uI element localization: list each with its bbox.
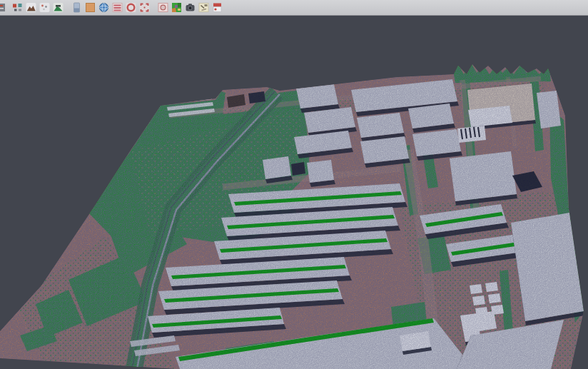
pointcloud-canvas <box>0 16 588 369</box>
pointcloud-noise <box>0 57 588 369</box>
toolbar-icon-measure-tools[interactable] <box>198 2 209 14</box>
toolbar-icon-target-ring[interactable] <box>125 2 136 14</box>
terrain-mesh <box>0 57 588 369</box>
toolbar-icon-terrain-texture[interactable] <box>52 2 64 14</box>
toolbar-icon-classification-map[interactable] <box>171 2 182 14</box>
toolbar-icon-align-points[interactable] <box>11 2 23 14</box>
toolbar-icon-terrain-dem[interactable] <box>25 2 36 14</box>
viewport-3d[interactable] <box>0 16 588 369</box>
toolbar-icon-selection-bounds[interactable] <box>138 2 150 14</box>
toolbar <box>0 0 588 16</box>
toolbar-icon-profile-column[interactable] <box>71 2 82 14</box>
toolbar-icon-globe[interactable] <box>98 2 109 14</box>
toolbar-icon-ortho-area[interactable] <box>84 2 96 14</box>
toolbar-icon-document[interactable] <box>0 2 9 14</box>
toolbar-icon-camera[interactable] <box>184 2 196 14</box>
app-window: { "toolbar": { "background": "#c6c7cb", … <box>0 0 588 369</box>
toolbar-icon-sparse-points[interactable] <box>39 2 50 14</box>
toolbar-icon-layers[interactable] <box>111 2 123 14</box>
toolbar-icon-region-circle[interactable] <box>157 2 168 14</box>
toolbar-icon-flag-annotation[interactable] <box>211 2 223 14</box>
